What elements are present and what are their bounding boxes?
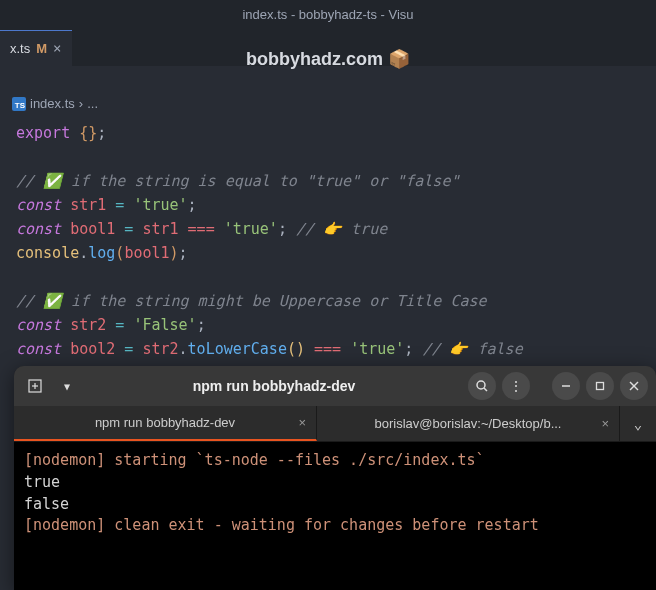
operator-equals: === bbox=[305, 340, 350, 358]
terminal-tab-active[interactable]: npm run bobbyhadz-dev × bbox=[14, 406, 317, 441]
terminal-tab-label: borislav@borislav:~/Desktop/b... bbox=[375, 416, 562, 431]
semicolon: ; bbox=[179, 244, 188, 262]
operator-assign: = bbox=[115, 340, 142, 358]
typescript-file-icon: TS bbox=[12, 97, 26, 111]
identifier: str1 bbox=[70, 196, 106, 214]
code-editor[interactable]: export {}; // ✅ if the string is equal t… bbox=[0, 117, 656, 389]
chevron-right-icon: › bbox=[79, 96, 83, 111]
keyword-const: const bbox=[16, 340, 61, 358]
dot: . bbox=[79, 244, 88, 262]
terminal-line: `ts-node --files ./src/index.ts` bbox=[196, 451, 485, 469]
dot: . bbox=[179, 340, 188, 358]
terminal-tab-label: npm run bobbyhadz-dev bbox=[95, 415, 235, 430]
comment: // 👉️ false bbox=[422, 340, 522, 358]
keyword-const: const bbox=[16, 220, 61, 238]
identifier: str2 bbox=[70, 316, 106, 334]
operator-assign: = bbox=[115, 220, 142, 238]
minimize-button[interactable] bbox=[552, 372, 580, 400]
semicolon: ; bbox=[188, 196, 197, 214]
semicolon: ; bbox=[97, 124, 106, 142]
semicolon: ; bbox=[197, 316, 206, 334]
terminal-output[interactable]: [nodemon] starting `ts-node --files ./sr… bbox=[14, 442, 656, 590]
string-literal: 'true' bbox=[133, 196, 187, 214]
identifier: str1 bbox=[142, 220, 178, 238]
operator-assign: = bbox=[106, 316, 133, 334]
string-literal: 'true' bbox=[350, 340, 404, 358]
menu-icon[interactable]: ⋮ bbox=[502, 372, 530, 400]
breadcrumb-file: index.ts bbox=[30, 96, 75, 111]
keyword-export: export bbox=[16, 124, 70, 142]
string-literal: 'true' bbox=[224, 220, 278, 238]
svg-rect-6 bbox=[597, 383, 604, 390]
new-tab-button[interactable] bbox=[22, 373, 48, 399]
breadcrumb-rest: ... bbox=[87, 96, 98, 111]
identifier: bool2 bbox=[70, 340, 115, 358]
terminal-header: ▼ npm run bobbyhadz-dev ⋮ bbox=[14, 366, 656, 406]
terminal-line: true bbox=[24, 472, 646, 494]
terminal-window: ▼ npm run bobbyhadz-dev ⋮ npm run bobbyh… bbox=[14, 366, 656, 590]
identifier: bool1 bbox=[124, 244, 169, 262]
method-tolowercase: toLowerCase bbox=[188, 340, 287, 358]
search-icon[interactable] bbox=[468, 372, 496, 400]
watermark-text: bobbyhadz.com 📦 bbox=[0, 48, 656, 70]
close-icon[interactable]: × bbox=[601, 416, 609, 431]
terminal-title: npm run bobbyhadz-dev bbox=[86, 378, 462, 394]
semicolon: ; bbox=[278, 220, 287, 238]
identifier: str2 bbox=[142, 340, 178, 358]
keyword-const: const bbox=[16, 316, 61, 334]
braces: {} bbox=[70, 124, 97, 142]
close-button[interactable] bbox=[620, 372, 648, 400]
window-titlebar: index.ts - bobbyhadz-ts - Visu bbox=[0, 0, 656, 30]
terminal-tab-bar: npm run bobbyhadz-dev × borislav@borisla… bbox=[14, 406, 656, 442]
comment: // ✅ if the string might be Uppercase or… bbox=[16, 292, 487, 310]
svg-line-4 bbox=[484, 388, 487, 391]
string-literal: 'False' bbox=[133, 316, 196, 334]
terminal-line: false bbox=[24, 494, 646, 516]
operator-assign: = bbox=[106, 196, 133, 214]
close-icon[interactable]: × bbox=[298, 415, 306, 430]
method-log: log bbox=[88, 244, 115, 262]
comment: // ✅ if the string is equal to "true" or… bbox=[16, 172, 459, 190]
breadcrumb[interactable]: TS index.ts › ... bbox=[0, 90, 656, 117]
operator-equals: === bbox=[179, 220, 224, 238]
chevron-down-icon[interactable]: ▼ bbox=[54, 373, 80, 399]
terminal-line: [nodemon] clean exit - waiting for chang… bbox=[24, 515, 646, 537]
chevron-down-icon[interactable]: ⌄ bbox=[620, 406, 656, 441]
terminal-line: [nodemon] starting bbox=[24, 451, 196, 469]
keyword-const: const bbox=[16, 196, 61, 214]
identifier: bool1 bbox=[70, 220, 115, 238]
paren-empty: () bbox=[287, 340, 305, 358]
terminal-tab[interactable]: borislav@borislav:~/Desktop/b... × bbox=[317, 406, 620, 441]
object-console: console bbox=[16, 244, 79, 262]
svg-point-3 bbox=[477, 381, 485, 389]
maximize-button[interactable] bbox=[586, 372, 614, 400]
comment: // 👉️ true bbox=[296, 220, 387, 238]
paren-close: ) bbox=[170, 244, 179, 262]
